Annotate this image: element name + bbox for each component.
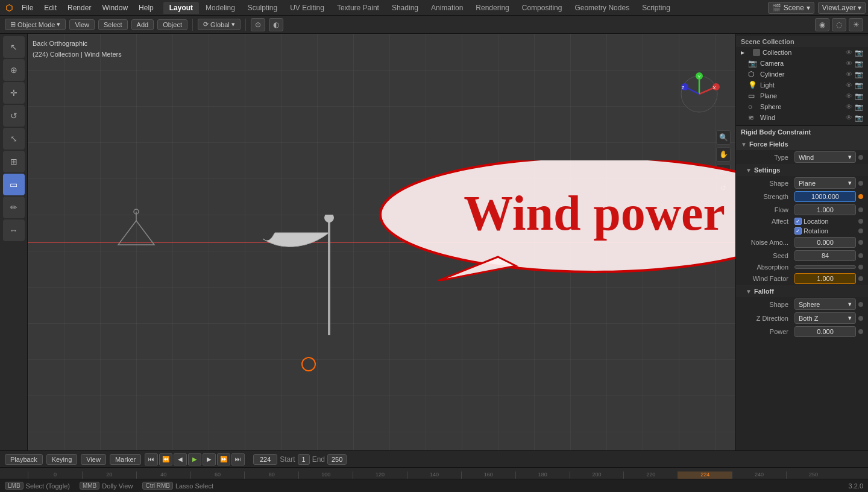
- viewport-shading-material[interactable]: ◌: [832, 18, 846, 31]
- noise-dot[interactable]: [858, 240, 863, 245]
- flow-value[interactable]: 1.000: [794, 204, 856, 215]
- power-dot[interactable]: [858, 329, 863, 334]
- shape-dot[interactable]: [858, 181, 863, 186]
- scale-tool[interactable]: ⤡: [3, 128, 25, 150]
- tab-animation[interactable]: Animation: [425, 2, 469, 14]
- falloff-shape-dropdown[interactable]: Sphere ▾: [794, 298, 856, 310]
- transform-selector[interactable]: ⟳ Global ▾: [198, 19, 241, 30]
- viewport-gizmo[interactable]: X Y Z: [675, 70, 723, 118]
- next-keyframe-btn[interactable]: ▶: [203, 453, 216, 465]
- end-frame[interactable]: 250: [327, 454, 347, 465]
- location-checkbox-item[interactable]: ✓ Location: [794, 218, 829, 225]
- menu-render[interactable]: Render: [63, 2, 96, 13]
- zoom-in-icon[interactable]: 🔍: [716, 130, 731, 145]
- visibility-eye-light[interactable]: 👁: [846, 81, 852, 89]
- flow-dot[interactable]: [858, 207, 863, 212]
- timeline-ruler[interactable]: 0 20 40 60 80 100 120 140 160 180 200 22…: [0, 468, 868, 479]
- render-camera-plane[interactable]: 📷: [855, 92, 863, 100]
- outliner-item-camera[interactable]: 📷 Camera 👁 📷: [743, 58, 868, 69]
- jump-end-btn[interactable]: ⏭: [231, 453, 245, 465]
- menu-file[interactable]: File: [17, 2, 38, 13]
- jump-start-btn[interactable]: ⏮: [145, 453, 158, 465]
- select-tool[interactable]: ↖: [3, 36, 25, 58]
- outliner-item-plane[interactable]: ▭ Plane 👁 📷: [743, 90, 868, 101]
- pan-icon[interactable]: ✋: [716, 147, 731, 162]
- rotation-dot[interactable]: [858, 229, 863, 233]
- seed-dot[interactable]: [858, 253, 863, 258]
- type-dot[interactable]: [858, 155, 863, 160]
- render-camera-light[interactable]: 📷: [855, 81, 863, 89]
- tab-texture-paint[interactable]: Texture Paint: [331, 2, 385, 14]
- force-fields-section[interactable]: ▼ Force Fields: [736, 138, 868, 150]
- outliner-item-wind[interactable]: ≋ Wind 👁 📷: [743, 112, 868, 123]
- rigid-body-section[interactable]: Rigid Body Constraint: [736, 126, 868, 138]
- shading-btn[interactable]: ◐: [269, 18, 283, 31]
- tab-scripting[interactable]: Scripting: [636, 2, 676, 14]
- viewport-shading-solid[interactable]: ◉: [815, 18, 829, 31]
- playback-btn[interactable]: Playback: [5, 454, 43, 465]
- mode-selector[interactable]: ⊞ Object Mode ▾: [5, 19, 66, 30]
- object-btn[interactable]: Object: [157, 19, 187, 30]
- prev-frame-btn[interactable]: ⏪: [159, 453, 172, 465]
- wind-factor-value[interactable]: 1.000: [794, 273, 856, 284]
- rotation-checkbox[interactable]: ✓: [794, 227, 802, 235]
- absorption-value[interactable]: [794, 265, 856, 269]
- view-btn[interactable]: View: [69, 19, 95, 30]
- location-checkbox[interactable]: ✓: [794, 218, 802, 225]
- tab-layout[interactable]: Layout: [163, 2, 199, 14]
- tab-uv-editing[interactable]: UV Editing: [284, 2, 330, 14]
- seed-value[interactable]: 84: [794, 250, 856, 261]
- menu-help[interactable]: Help: [134, 2, 159, 13]
- z-direction-dropdown[interactable]: Both Z ▾: [794, 312, 856, 324]
- transform-tool[interactable]: ⊞: [3, 151, 25, 172]
- visibility-eye-plane[interactable]: 👁: [846, 92, 852, 100]
- absorption-dot[interactable]: [858, 265, 863, 270]
- outliner-item-collection[interactable]: ▸ Collection 👁 📷: [736, 47, 868, 58]
- view-layer-selector[interactable]: ViewLayer ▾: [818, 2, 866, 14]
- render-camera-collection[interactable]: 📷: [855, 49, 863, 57]
- settings-section[interactable]: ▼ Settings: [736, 164, 868, 176]
- noise-value[interactable]: 0.000: [794, 237, 856, 248]
- tab-sculpting[interactable]: Sculpting: [242, 2, 283, 14]
- rotation-checkbox-item[interactable]: ✓ Rotation: [794, 227, 828, 235]
- tab-rendering[interactable]: Rendering: [470, 2, 515, 14]
- render-camera-sphere[interactable]: 📷: [855, 103, 863, 111]
- annotate-tool[interactable]: ✏: [3, 197, 25, 218]
- scene-selector[interactable]: 🎬 Scene ▾: [768, 2, 814, 14]
- tab-shading[interactable]: Shading: [386, 2, 424, 14]
- tab-geometry-nodes[interactable]: Geometry Nodes: [568, 2, 635, 14]
- keying-btn[interactable]: Keying: [46, 454, 78, 465]
- add-btn[interactable]: Add: [131, 19, 154, 30]
- strength-value[interactable]: 1000.000: [794, 191, 856, 202]
- render-camera-wind[interactable]: 📷: [855, 114, 863, 122]
- box-tool[interactable]: ▭: [3, 174, 25, 195]
- affect-dot[interactable]: [858, 219, 863, 224]
- strength-dot[interactable]: [858, 194, 863, 199]
- viewport-shading-render[interactable]: ☀: [849, 18, 863, 31]
- select-btn[interactable]: Select: [98, 19, 128, 30]
- type-dropdown[interactable]: Wind ▾: [794, 151, 856, 163]
- z-direction-dot[interactable]: [858, 316, 863, 321]
- rotate-tool[interactable]: ↺: [3, 105, 25, 127]
- outliner-item-sphere[interactable]: ○ Sphere 👁 📷: [743, 101, 868, 112]
- falloff-section[interactable]: ▼ Falloff: [736, 285, 868, 297]
- visibility-eye-sphere[interactable]: 👁: [846, 103, 852, 111]
- render-camera-camera[interactable]: 📷: [855, 60, 863, 68]
- overlay-btn[interactable]: ⊙: [251, 18, 265, 31]
- visibility-eye-collection[interactable]: 👁: [846, 49, 852, 57]
- falloff-shape-dot[interactable]: [858, 302, 863, 307]
- viewport-canvas[interactable]: Back Orthographic (224) Collection | Win…: [28, 34, 735, 450]
- marker-btn[interactable]: Marker: [110, 454, 141, 465]
- prev-keyframe-btn[interactable]: ◀: [174, 453, 187, 465]
- outliner-item-cylinder[interactable]: ⬡ Cylinder 👁 📷: [743, 69, 868, 80]
- measure-tool[interactable]: ↔: [3, 219, 25, 241]
- visibility-eye-wind[interactable]: 👁: [846, 114, 852, 122]
- visibility-eye-cylinder[interactable]: 👁: [846, 71, 852, 78]
- start-frame[interactable]: 1: [298, 454, 310, 465]
- timeline-view-btn[interactable]: View: [81, 454, 106, 465]
- power-value[interactable]: 0.000: [794, 326, 856, 337]
- cursor-tool[interactable]: ⊕: [3, 59, 25, 81]
- render-camera-cylinder[interactable]: 📷: [855, 71, 863, 78]
- move-tool[interactable]: ✛: [3, 82, 25, 104]
- visibility-eye-camera[interactable]: 👁: [846, 60, 852, 68]
